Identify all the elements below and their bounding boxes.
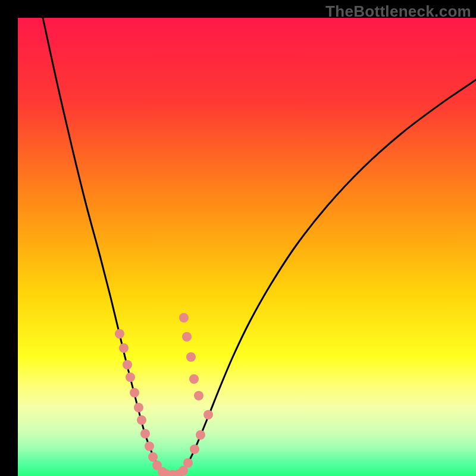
data-point	[134, 403, 143, 412]
data-point	[190, 444, 199, 454]
data-point	[194, 391, 203, 400]
chart-frame: TheBottleneck.com	[0, 0, 476, 476]
data-point	[115, 329, 124, 339]
watermark-text: TheBottleneck.com	[325, 2, 471, 21]
data-point	[126, 372, 135, 382]
data-point	[140, 429, 150, 439]
data-point	[203, 410, 213, 419]
data-point	[196, 430, 205, 440]
gradient-rect	[18, 18, 476, 476]
data-point	[130, 388, 139, 397]
chart-svg	[18, 18, 476, 476]
data-point	[186, 352, 196, 362]
data-point	[137, 415, 146, 425]
plot-area	[18, 18, 476, 476]
data-point	[119, 343, 129, 353]
data-point	[182, 332, 192, 342]
data-point	[145, 441, 154, 451]
data-point	[189, 374, 199, 384]
data-point	[183, 458, 193, 468]
data-point	[179, 313, 189, 322]
data-point	[123, 360, 132, 369]
data-point	[148, 452, 158, 462]
